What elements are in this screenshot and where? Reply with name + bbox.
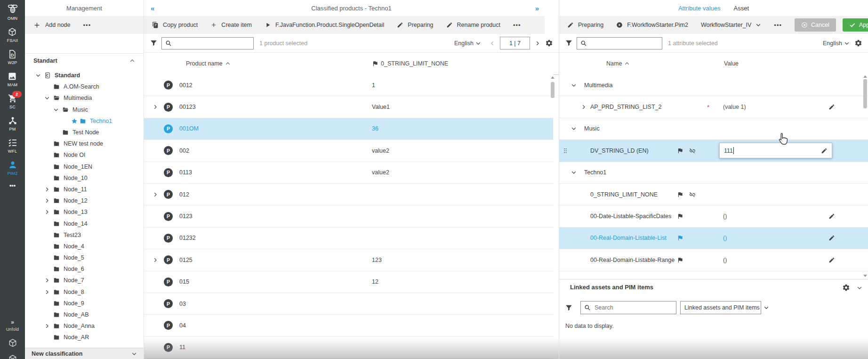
- attribute-row-00-date-listable-spacificdates[interactable]: 00-Date-Listable-SpacificDates(): [559, 205, 868, 227]
- tree-node-a-om-search[interactable]: A.OM-Search: [25, 81, 139, 92]
- rail-item-sc[interactable]: SC2: [8, 94, 17, 109]
- group-expanded-chevron-icon[interactable]: [571, 170, 577, 175]
- collapsed-chevron-icon[interactable]: [44, 289, 50, 295]
- attributes-search-input[interactable]: [590, 40, 667, 47]
- tree-node-node-11[interactable]: Node_11: [25, 184, 139, 195]
- edit-pencil-icon[interactable]: [821, 147, 828, 154]
- tree-node-node-8[interactable]: Node_8: [25, 286, 139, 298]
- scroll-up-arrow-icon[interactable]: [551, 76, 555, 79]
- products-toolbar-button-copy-product[interactable]: Copy product: [152, 22, 198, 28]
- rail-item-wfl[interactable]: WFL: [8, 138, 17, 154]
- rail-item-item[interactable]: [8, 354, 17, 359]
- rail-item-fsaii[interactable]: FSAII: [7, 27, 18, 43]
- products-search-box[interactable]: [161, 37, 254, 49]
- tree-node-node-ab[interactable]: Node_AB: [25, 309, 139, 320]
- product-row-001om[interactable]: P001OM36: [144, 118, 553, 140]
- collapse-section-chevron-icon[interactable]: [857, 285, 862, 291]
- tree-node-node-13[interactable]: Node_13: [25, 206, 139, 218]
- column-header-name[interactable]: Name: [606, 53, 630, 74]
- attributes-scrollbar[interactable]: [863, 75, 867, 277]
- chevron-up-icon[interactable]: [129, 58, 135, 64]
- tree-node-node-9[interactable]: Node_9: [25, 298, 139, 309]
- tree-node-node-oi[interactable]: Node OI: [25, 149, 139, 161]
- attribute-group-multimedia[interactable]: Multimedia: [559, 74, 868, 96]
- tree-node-techno1[interactable]: Techno1: [25, 115, 139, 127]
- product-row-03[interactable]: P03: [144, 293, 553, 315]
- product-row-04[interactable]: P04: [144, 315, 553, 336]
- unlink-icon[interactable]: [689, 191, 696, 198]
- new-classification-bar[interactable]: New classification: [25, 348, 144, 359]
- rail-item-w2p[interactable]: DW2P: [8, 49, 17, 65]
- collapsed-chevron-icon[interactable]: [44, 187, 50, 192]
- apply-button[interactable]: Apply: [843, 18, 868, 32]
- filter-funnel-icon[interactable]: [565, 304, 573, 312]
- scroll-up-arrow-icon[interactable]: [863, 75, 867, 78]
- tree-node-node-7[interactable]: Node_7: [25, 275, 139, 286]
- edit-pencil-icon[interactable]: [828, 104, 835, 110]
- tree-node-node-12[interactable]: Node_12: [25, 195, 139, 206]
- filter-funnel-icon[interactable]: [150, 39, 158, 47]
- tree-node-node-6[interactable]: Node_6: [25, 263, 139, 275]
- tree-node-test23[interactable]: Test23: [25, 229, 139, 241]
- page-next-icon[interactable]: [535, 41, 540, 46]
- products-scrollbar-thumb[interactable]: [551, 82, 555, 98]
- collapse-panel-button[interactable]: «: [151, 4, 154, 12]
- collapsed-chevron-icon[interactable]: [44, 198, 50, 204]
- products-search-input[interactable]: [175, 40, 252, 47]
- tree-node-node-1en[interactable]: Node_1EN: [25, 161, 139, 172]
- group-expanded-chevron-icon[interactable]: [571, 82, 577, 88]
- flag-icon[interactable]: [677, 213, 683, 220]
- group-expanded-chevron-icon[interactable]: [571, 126, 577, 131]
- column-header-string-limit-none[interactable]: 0_STRING_LIMIT_NONE: [372, 53, 448, 74]
- attributes-toolbar-button-workflowstarter-iv[interactable]: WorkflowStarter_IV: [701, 22, 761, 28]
- flag-icon[interactable]: [677, 257, 683, 263]
- attributes-scrollbar-thumb[interactable]: [863, 79, 867, 108]
- products-scrollbar[interactable]: [551, 76, 555, 340]
- linked-assets-search-box[interactable]: [580, 301, 676, 314]
- tree-node-node-5[interactable]: Node_5: [25, 252, 139, 263]
- tree-node-multimedia[interactable]: Multimedia: [25, 92, 139, 104]
- classification-section-header[interactable]: Standart: [25, 53, 144, 67]
- tree-node-music[interactable]: Music: [25, 104, 139, 115]
- attribute-row-dv-string-ld-en[interactable]: DV_STRING_LD (EN)111: [559, 140, 868, 162]
- edit-pencil-icon[interactable]: [828, 257, 835, 263]
- management-more-button[interactable]: •••: [83, 22, 91, 29]
- product-row-015[interactable]: P01512: [144, 271, 553, 293]
- attribute-row-ap-prd-string-list-2[interactable]: AP_PRD_STRING_LIST_2*(value 1): [559, 96, 868, 118]
- flag-icon[interactable]: [677, 235, 683, 241]
- attributes-toolbar-button-preparing[interactable]: Preparing: [567, 22, 603, 28]
- linked-assets-filter-dropdown[interactable]: Linked assets and PIM items: [680, 301, 761, 314]
- drag-handle-icon[interactable]: [562, 147, 569, 154]
- product-row-0123[interactable]: P0123: [144, 205, 553, 227]
- tree-node-node-10[interactable]: Node_10: [25, 172, 139, 184]
- product-row-0125[interactable]: P0125123: [144, 249, 553, 271]
- attributes-toolbar-button-f-workflowstarter-pim2[interactable]: F.WorkflowStarter.Pim2: [616, 22, 688, 28]
- add-node-button[interactable]: Add node: [33, 21, 71, 29]
- expanded-chevron-icon[interactable]: [35, 73, 41, 78]
- linked-assets-search-input[interactable]: [594, 304, 673, 311]
- products-toolbar-button-f-javafunction-product-singleopendetail[interactable]: F.JavaFunction.Product.SingleOpenDetail: [265, 22, 384, 28]
- tree-node-standard[interactable]: Standard: [25, 70, 139, 81]
- product-row-012[interactable]: P012: [144, 184, 553, 205]
- product-row-002[interactable]: P002value2: [144, 140, 553, 162]
- attributes-toolbar-more-button[interactable]: •••: [774, 22, 782, 29]
- tree-node-new-test-node[interactable]: NEW test node: [25, 138, 139, 149]
- tree-node-node-anna[interactable]: Node_Anna: [25, 320, 139, 332]
- collapsed-chevron-icon[interactable]: [44, 209, 50, 215]
- expand-row-chevron-icon[interactable]: [153, 257, 158, 263]
- attributes-search-box[interactable]: [577, 37, 662, 49]
- product-row-01232[interactable]: P01232: [144, 228, 553, 249]
- edit-pencil-icon[interactable]: [828, 235, 835, 241]
- rail-item-item[interactable]: [8, 338, 17, 348]
- rail-item-omn[interactable]: OMN: [7, 3, 18, 21]
- tab-attribute-values[interactable]: Attribute values: [678, 5, 721, 12]
- products-language-select[interactable]: English: [454, 40, 481, 47]
- expand-attribute-chevron-icon[interactable]: [581, 104, 587, 110]
- product-row-0012[interactable]: P00121: [144, 74, 553, 96]
- product-row-0113[interactable]: P0113value2: [144, 162, 553, 184]
- products-toolbar-more-button[interactable]: •••: [513, 22, 521, 29]
- flag-icon[interactable]: [677, 191, 683, 198]
- attribute-row-00-real-domain-listable-list[interactable]: 00-Real-Domain-Listable-List(): [559, 228, 868, 249]
- products-toolbar-button-create-item[interactable]: Create item: [210, 22, 252, 28]
- column-header-value[interactable]: Value: [724, 53, 739, 74]
